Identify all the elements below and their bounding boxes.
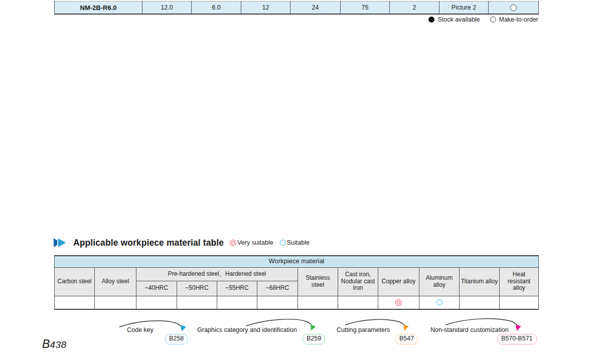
value-cell: 75 — [341, 2, 390, 15]
column-header: Cast iron, Nodular cast iron — [338, 267, 378, 296]
page-number-prefix: B — [42, 337, 50, 351]
availability-cell — [489, 2, 539, 15]
value-cell: 12 — [241, 2, 290, 15]
availability-legend: Stock available Make-to-order — [54, 16, 538, 24]
blue-double-arrow-icon — [53, 237, 69, 248]
column-header: Aluminum alloy — [419, 267, 460, 296]
workpiece-section-header: Applicable workpiece material table Very… — [53, 237, 310, 248]
rating-cell — [217, 296, 257, 309]
rating-cell — [55, 296, 95, 309]
rating-cell — [136, 296, 177, 309]
ratings-row — [55, 296, 539, 309]
ref-label-non-standard: Non-standard customization — [430, 326, 509, 333]
legend-suitable: Suitable — [280, 239, 310, 246]
value-cell: 24 — [290, 2, 341, 15]
column-group-header: Pre-hardened steel、Hardened steel — [136, 267, 298, 281]
legend-very-suitable: Very suitable — [230, 239, 273, 246]
column-header: Stainless steel — [298, 267, 338, 296]
rating-cell — [95, 296, 136, 309]
column-header: Carbon steel — [55, 267, 95, 296]
filled-circle-icon — [428, 17, 434, 23]
page-number: B 438 — [42, 337, 67, 351]
open-circle-icon — [490, 17, 496, 23]
column-header: Alloy steel — [95, 267, 136, 296]
page-ref-badge-b570-b571[interactable]: B570-B571 — [497, 334, 537, 344]
value-cell: 6.0 — [192, 2, 241, 15]
value-cell: 12.0 — [142, 2, 192, 15]
column-header: Heat resistant alloy — [500, 267, 539, 296]
rating-cell — [500, 296, 539, 309]
section-title: Applicable workpiece material table — [73, 238, 224, 248]
column-header: ~40HRC — [136, 281, 177, 296]
workpiece-material-table: Workpiece material Carbon steel Alloy st… — [54, 255, 539, 310]
page-ref-badge-b547[interactable]: B547 — [395, 334, 418, 344]
rating-cell — [257, 296, 298, 309]
make-to-order-icon — [510, 5, 517, 11]
legend-make-to-order: Make-to-order — [490, 16, 539, 23]
picture-cell: Picture 2 — [439, 2, 489, 15]
legend-label: Very suitable — [237, 239, 273, 246]
table-banner: Workpiece material — [55, 256, 539, 267]
ref-label-cutting-parameters: Cutting parameters — [337, 326, 390, 333]
model-cell: NM-2B-R6.0 — [55, 2, 142, 15]
legend-label: Stock available — [437, 16, 480, 23]
suitable-icon — [436, 299, 442, 305]
rating-cell-copper — [378, 296, 419, 309]
legend-label: Make-to-order — [499, 16, 539, 23]
legend-label: Suitable — [287, 239, 310, 246]
product-table: NM-2B-R6.0 12.0 6.0 12 24 75 2 Picture 2 — [54, 1, 539, 15]
table-row: NM-2B-R6.0 12.0 6.0 12 24 75 2 Picture 2 — [55, 2, 539, 15]
rating-cell — [177, 296, 217, 309]
suitability-legend: Very suitable Suitable — [230, 239, 310, 246]
column-header: Copper alloy — [378, 267, 419, 296]
rating-cell-aluminum — [419, 296, 460, 309]
page-ref-badge-b258[interactable]: B258 — [165, 334, 188, 344]
page-ref-badge-b259[interactable]: B259 — [303, 334, 325, 344]
rating-cell — [338, 296, 378, 309]
column-header: ~55HRC — [217, 281, 257, 296]
very-suitable-icon — [395, 299, 402, 306]
cyan-ring-icon — [280, 240, 286, 246]
ref-label-graphics-category: Graphics category and identification — [197, 326, 297, 333]
page-number-value: 438 — [50, 339, 66, 350]
rating-cell — [298, 296, 338, 309]
value-cell: 2 — [390, 2, 439, 15]
column-header: Titanium alloy — [460, 267, 500, 296]
red-double-ring-icon — [230, 240, 236, 246]
column-header: ~68HRC — [257, 281, 298, 296]
column-header: ~50HRC — [177, 281, 217, 296]
ref-label-code-key: Code key — [127, 326, 154, 333]
rating-cell — [460, 296, 500, 309]
legend-stock-available: Stock available — [428, 16, 480, 23]
